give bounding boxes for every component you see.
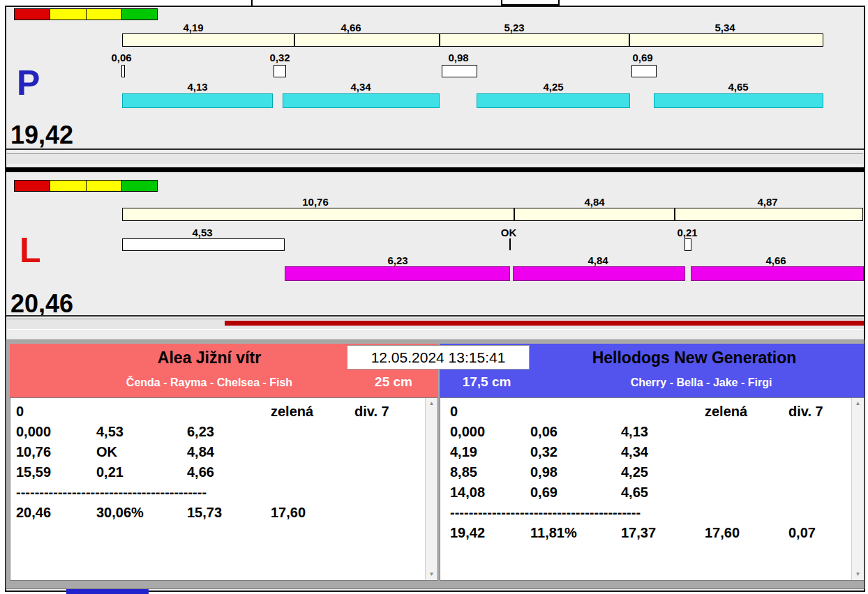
p-split-label: 4,19 [158,22,228,33]
scroll-down-icon[interactable]: ▼ [426,572,437,577]
l-run-bar [285,266,510,281]
cell: 0,06 [530,424,621,440]
app-window: 4,19 4,66 5,23 5,34 0,06 0,32 0,98 0,69 … [0,0,868,594]
track-l-letter: L [20,233,41,268]
p-change-label: 0,69 [608,52,678,63]
cell: 17,60 [271,505,354,521]
cell: 0,32 [530,444,621,460]
cell: 0 [450,404,530,420]
p-run-label: 4,25 [518,81,588,93]
cell: div. 7 [788,404,823,420]
traffic-yellow-light [87,9,122,20]
progress-bar [225,321,864,326]
datetime-display: 12.05.2024 13:15:41 [347,345,530,370]
p-change-label: 0,98 [424,52,493,63]
cell: 14,08 [450,485,530,501]
p-change-label: 0,32 [245,52,315,63]
p-run-label: 4,65 [703,81,773,93]
right-sheet-scrollbar[interactable]: ▲ ▼ [851,398,864,580]
background-window-edge [501,0,560,6]
cell: 4,53 [96,424,187,440]
track-divider [6,167,864,172]
background-window-edge [66,589,149,594]
scroll-up-icon[interactable]: ▲ [426,401,437,406]
cell: 4,13 [621,424,705,440]
split-divider [514,208,515,220]
l-change-label: 0,21 [652,227,722,238]
l-run-label: 4,66 [741,254,811,266]
cell: 19,42 [450,525,530,541]
l-run-bar [513,266,685,281]
background-window-edge [251,0,253,6]
split-divider [674,208,675,220]
cell: 20,46 [16,505,96,521]
traffic-red-light [15,9,50,20]
dash-separator-row: ----------------------------------------… [450,505,850,525]
cell: 15,73 [187,505,271,521]
left-sheet-scrollbar[interactable]: ▲ ▼ [425,398,437,580]
track-p-total-time: 19,42 [10,123,73,148]
traffic-green-light [122,9,157,20]
p-split-label: 5,23 [479,22,549,33]
l-run-label: 6,23 [363,254,433,266]
l-run-label: 4,84 [563,254,633,266]
result-row: 15,590,214,66 [16,464,424,485]
cell: 15,59 [16,464,96,480]
result-row: 0,0004,536,23 [16,424,424,444]
cell: 4,84 [187,444,271,460]
team-right-results: 0zelenádiv. 7 0,0000,064,13 4,190,324,34… [440,397,865,581]
traffic-light-l [14,180,158,192]
traffic-yellow-light [87,181,122,191]
team-left-height-category: 25 cm [359,374,428,390]
l-split-label: 4,84 [560,196,629,208]
team-left-members: Čenda - Rayma - Chelsea - Fish [10,376,409,389]
status-strip-p [7,153,863,165]
result-row: 14,080,694,65 [450,485,850,505]
l-change-ok-tick [509,238,511,250]
scroll-down-icon[interactable]: ▼ [852,572,864,577]
p-change-marker [274,65,286,77]
split-divider [439,34,440,46]
separator-line [6,315,864,317]
cell: 17,37 [621,525,705,541]
separator-line [6,148,864,150]
scroll-up-icon[interactable]: ▲ [852,401,864,406]
cell: zelená [705,404,788,420]
result-row: 10,76OK4,84 [16,444,424,464]
traffic-red-light [15,181,50,191]
traffic-green-light [122,181,157,191]
l-change-marker [122,238,285,251]
l-change-marker [684,238,691,251]
result-row: 0zelenádiv. 7 [16,404,424,424]
cell: 17,60 [705,525,788,541]
p-change-marker [121,65,125,77]
track-p-letter: P [17,66,40,100]
result-row: 8,850,984,25 [450,464,850,485]
cell: OK [96,444,187,460]
team-right-members: Cherry - Bella - Jake - Firgi [537,376,865,389]
cell: 4,34 [621,444,705,460]
cell: 10,76 [16,444,96,460]
cell: 4,65 [621,485,705,501]
p-run-bar [122,93,273,108]
p-run-bar [654,93,823,108]
cell: 0,000 [16,424,96,440]
traffic-yellow-light [50,9,86,20]
p-run-label: 4,13 [163,81,232,93]
p-change-label: 0,06 [87,52,156,63]
cell: zelená [271,404,354,420]
track-l-total-time: 20,46 [10,291,73,317]
cell: 4,66 [187,464,271,480]
p-run-bar [477,93,630,108]
l-change-label: OK [474,227,544,238]
split-divider [629,34,630,46]
cell: 0,000 [450,424,530,440]
l-split-label: 10,76 [280,196,350,208]
cell: div. 7 [354,404,389,420]
cell: 0,69 [530,485,621,501]
cell: 0,07 [788,525,816,541]
l-change-label: 4,53 [167,227,237,238]
totals-row: 20,4630,06%15,7317,60 [16,505,424,525]
p-run-label: 4,34 [326,81,396,93]
cell: 11,81% [530,525,621,541]
